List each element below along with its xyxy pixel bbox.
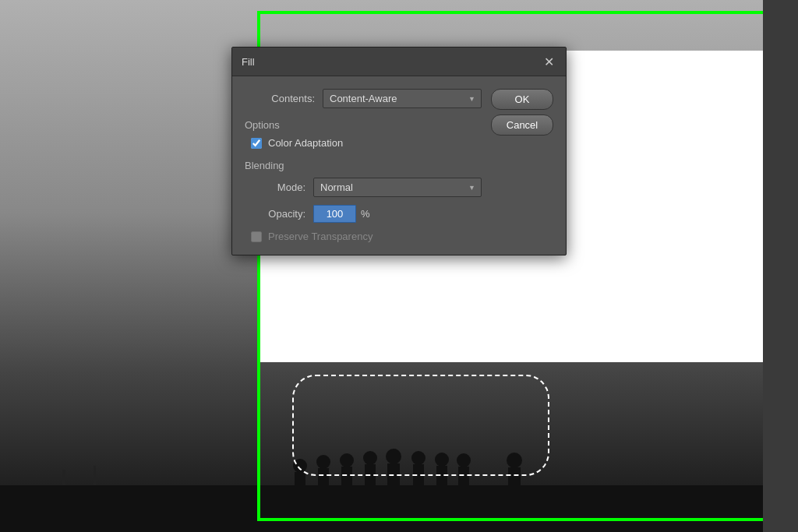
color-adaptation-label[interactable]: Color Adaptation xyxy=(268,137,343,149)
blending-section: Blending Mode: Normal Dissolve Multiply … xyxy=(245,160,482,242)
contents-label: Contents: xyxy=(245,93,315,104)
dialog-left-column: Contents: Content-Aware Foreground Color… xyxy=(245,89,482,242)
mode-select-wrapper: Normal Dissolve Multiply Screen Overlay xyxy=(313,178,482,197)
options-section-label: Options xyxy=(245,119,482,131)
dialog-close-button[interactable]: ✕ xyxy=(541,54,556,69)
ok-button[interactable]: OK xyxy=(491,89,553,110)
color-adaptation-row: Color Adaptation xyxy=(251,137,482,149)
blending-section-label: Blending xyxy=(245,160,482,171)
dialog-main-layout: Contents: Content-Aware Foreground Color… xyxy=(245,89,553,242)
cancel-button[interactable]: Cancel xyxy=(491,115,553,136)
contents-select[interactable]: Content-Aware Foreground Color Backgroun… xyxy=(323,89,482,108)
mode-row: Mode: Normal Dissolve Multiply Screen Ov… xyxy=(251,178,482,197)
preserve-transparency-row: Preserve Transparency xyxy=(251,231,482,242)
contents-select-wrapper: Content-Aware Foreground Color Backgroun… xyxy=(323,89,482,108)
preserve-transparency-checkbox xyxy=(251,231,262,242)
mode-label: Mode: xyxy=(251,181,305,193)
dialog-buttons: OK Cancel xyxy=(491,89,553,242)
opacity-label: Opacity: xyxy=(251,208,305,220)
dialog-backdrop: Fill ✕ Contents: Content-Aware Foregroun… xyxy=(0,0,798,532)
opacity-row: Opacity: % xyxy=(251,205,482,223)
color-adaptation-checkbox[interactable] xyxy=(251,138,262,149)
fill-dialog: Fill ✕ Contents: Content-Aware Foregroun… xyxy=(231,47,567,255)
dialog-titlebar: Fill ✕ xyxy=(232,48,566,76)
mode-select[interactable]: Normal Dissolve Multiply Screen Overlay xyxy=(313,178,482,197)
dialog-title: Fill xyxy=(242,56,255,68)
dialog-body: Contents: Content-Aware Foreground Color… xyxy=(232,76,566,255)
opacity-unit: % xyxy=(361,208,370,220)
preserve-transparency-label: Preserve Transparency xyxy=(268,231,373,242)
contents-row: Contents: Content-Aware Foreground Color… xyxy=(245,89,482,108)
opacity-input[interactable] xyxy=(313,205,356,223)
